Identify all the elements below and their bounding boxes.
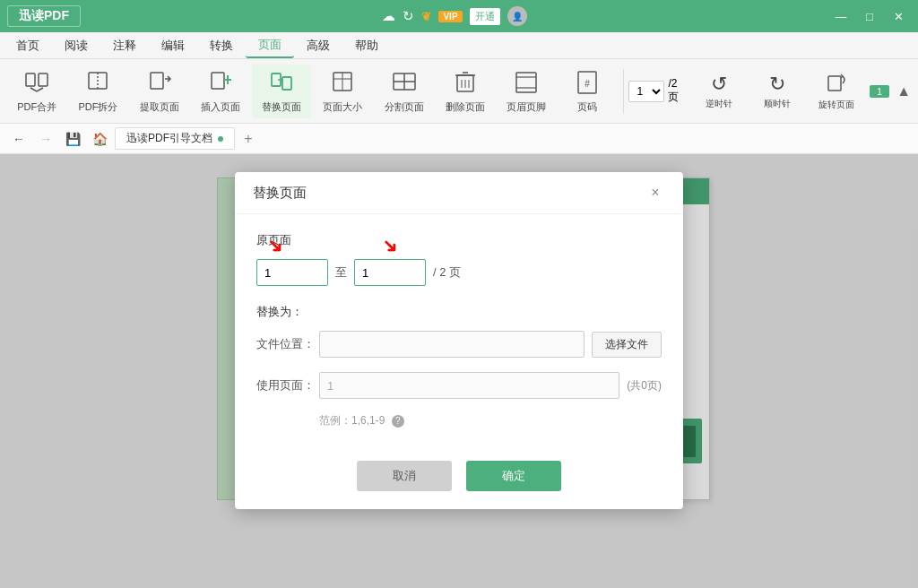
dialog-header: 替换页面 ×: [235, 172, 683, 214]
page-count-text: (共0页): [627, 378, 662, 393]
page-badge: 1: [870, 85, 889, 98]
help-icon[interactable]: ?: [392, 415, 404, 428]
back-btn[interactable]: ←: [7, 127, 30, 151]
replace-page-button[interactable]: 替换页面: [252, 65, 311, 118]
menubar: 首页 阅读 注释 编辑 转换 页面 高级 帮助: [0, 32, 918, 59]
menu-item-convert[interactable]: 转换: [197, 34, 246, 57]
main-content: 你好，欢迎... ● Word一键... 2. 3. 4. 5.: [0, 154, 918, 588]
dialog-close-button[interactable]: ×: [645, 183, 665, 203]
delete-icon: [451, 68, 480, 97]
choose-file-button[interactable]: 选择文件: [592, 332, 662, 358]
cloud-icon: ☁: [382, 8, 395, 24]
page-range-row: ➜ 至 ➜ / 2 页: [256, 259, 662, 286]
file-location-label: 文件位置：: [256, 336, 319, 352]
svg-rect-20: [516, 73, 536, 92]
page-suffix: / 2 页: [433, 264, 461, 281]
svg-text:#: #: [585, 79, 591, 89]
dialog-body: 原页面 ➜ 至 ➜ / 2 页 替换为： 文件位置： 选择文件: [235, 214, 683, 446]
page-size-icon: [328, 68, 357, 97]
confirm-button[interactable]: 确定: [466, 461, 561, 491]
toolbar-separator: [623, 69, 624, 114]
avatar[interactable]: 👤: [507, 6, 527, 26]
tab-add-button[interactable]: +: [238, 129, 258, 149]
secondary-toolbar: ← → 💾 🏠 迅读PDF引导文档 +: [0, 124, 918, 154]
pdf-merge-button[interactable]: PDF合并: [7, 65, 66, 118]
extract-icon: [145, 68, 174, 97]
menu-item-advanced[interactable]: 高级: [294, 34, 342, 57]
forward-btn[interactable]: →: [34, 127, 57, 151]
home-btn[interactable]: 🏠: [88, 127, 111, 151]
svg-rect-25: [828, 76, 841, 91]
page-num-icon: #: [573, 68, 602, 97]
split-icon: [83, 68, 112, 97]
menu-item-read[interactable]: 阅读: [52, 34, 100, 57]
titlebar-right: ☁ ↻ ❦ VIP 开通 👤: [382, 6, 526, 26]
save-btn[interactable]: 💾: [61, 127, 84, 151]
divide-icon: [390, 68, 419, 97]
dialog-overlay: 替换页面 × 原页面 ➜ 至 ➜ / 2 页 替换为：: [0, 154, 918, 588]
menu-item-help[interactable]: 帮助: [342, 34, 391, 57]
example-text: 范例：1,6,1-9 ?: [319, 413, 662, 428]
pdf-split-button[interactable]: PDF拆分: [68, 65, 127, 118]
rotate-page-button[interactable]: 旋转页面: [810, 65, 862, 118]
menu-item-home[interactable]: 首页: [4, 34, 52, 57]
menu-item-page[interactable]: 页面: [246, 33, 294, 58]
refresh-icon: ↻: [403, 8, 414, 24]
file-location-input[interactable]: [319, 331, 585, 358]
window-controls: — □ ✕: [828, 6, 911, 26]
page-dropdown[interactable]: 1: [628, 81, 664, 102]
tab-label: 迅读PDF引导文档: [126, 131, 212, 146]
toolbar-right: 1 /2页 ↺ 逆时针 ↻ 顺时针 旋转页面 1 ▲: [628, 65, 911, 118]
rotate-cw-button[interactable]: ↻ 顺时针: [751, 65, 803, 118]
maximize-button[interactable]: □: [857, 6, 882, 26]
svg-rect-5: [212, 73, 224, 89]
file-location-row: 文件位置： 选择文件: [256, 331, 662, 358]
to-label: 至: [335, 264, 347, 281]
use-page-input[interactable]: [319, 372, 619, 399]
rotate-ccw-icon: ↺: [711, 73, 727, 96]
extract-page-button[interactable]: 提取页面: [130, 65, 189, 118]
replace-page-dialog: 替换页面 × 原页面 ➜ 至 ➜ / 2 页 替换为：: [235, 172, 683, 509]
menu-item-edit[interactable]: 编辑: [149, 34, 197, 57]
tab-dot: [218, 136, 223, 142]
original-page-label: 原页面: [256, 232, 662, 248]
dialog-footer: 取消 确定: [235, 446, 683, 509]
svg-rect-4: [151, 73, 163, 89]
replace-as-label: 替换为：: [256, 304, 662, 320]
menu-item-annotate[interactable]: 注释: [100, 34, 149, 57]
close-button[interactable]: ✕: [886, 6, 911, 26]
open-label[interactable]: 开通: [470, 8, 500, 25]
to-page-input[interactable]: [354, 259, 426, 286]
vip-logo: ❦: [421, 10, 431, 23]
app-logo: 迅读PDF: [7, 5, 81, 27]
insert-icon: [206, 68, 235, 97]
header-footer-button[interactable]: 页眉页脚: [497, 65, 556, 118]
svg-rect-1: [39, 74, 48, 86]
merge-icon: [22, 68, 51, 97]
replace-icon: [267, 68, 296, 97]
use-page-row: 使用页面： (共0页): [256, 372, 662, 399]
from-page-input[interactable]: [256, 259, 328, 286]
delete-page-button[interactable]: 删除页面: [436, 65, 495, 118]
use-page-label: 使用页面：: [256, 377, 319, 393]
page-total-label: /2页: [668, 77, 685, 105]
insert-page-button[interactable]: 插入页面: [191, 65, 250, 118]
document-tab[interactable]: 迅读PDF引导文档: [115, 127, 235, 150]
divide-page-button[interactable]: 分割页面: [375, 65, 434, 118]
rotate-ccw-button[interactable]: ↺ 逆时针: [693, 65, 745, 118]
header-footer-icon: [512, 68, 541, 97]
vip-badge: VIP: [438, 11, 462, 22]
titlebar: 迅读PDF ☁ ↻ ❦ VIP 开通 👤 — □ ✕: [0, 0, 918, 32]
minimize-button[interactable]: —: [828, 6, 853, 26]
expand-icon[interactable]: ▲: [896, 83, 911, 99]
page-size-button[interactable]: 页面大小: [313, 65, 372, 118]
cancel-button[interactable]: 取消: [357, 461, 452, 491]
svg-rect-9: [282, 77, 291, 90]
watermark: 不留痕: [881, 567, 911, 581]
rotate-page-icon: [825, 72, 848, 97]
svg-rect-0: [26, 74, 35, 86]
dialog-title: 替换页面: [253, 185, 307, 202]
page-selector: 1 /2页: [628, 77, 685, 105]
rotate-cw-icon: ↻: [769, 73, 785, 96]
page-num-button[interactable]: # 页码: [558, 65, 617, 118]
